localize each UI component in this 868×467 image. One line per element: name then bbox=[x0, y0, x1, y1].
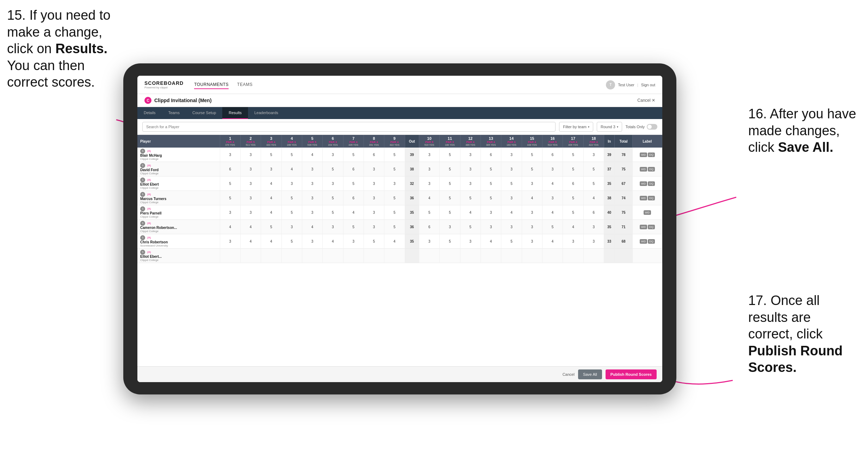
score-hole-3[interactable]: 3 bbox=[261, 162, 281, 176]
score-hole-8[interactable]: 3 bbox=[364, 205, 384, 220]
score-hole-11[interactable]: 5 bbox=[440, 234, 460, 249]
score-hole-11[interactable]: 5 bbox=[440, 191, 460, 205]
score-hole-13[interactable]: 4 bbox=[480, 234, 501, 249]
score-hole-9[interactable]: 5 bbox=[384, 220, 405, 234]
score-hole-6[interactable] bbox=[323, 249, 343, 263]
score-hole-2[interactable]: 3 bbox=[240, 162, 261, 176]
score-hole-5[interactable]: 4 bbox=[302, 148, 322, 162]
score-hole-3[interactable]: 4 bbox=[261, 191, 281, 205]
score-hole-6[interactable]: 5 bbox=[323, 162, 343, 176]
score-hole-5[interactable]: 3 bbox=[302, 234, 322, 249]
score-hole-14[interactable]: 3 bbox=[501, 148, 522, 162]
score-hole-10[interactable]: 5 bbox=[419, 205, 440, 220]
totals-toggle-switch[interactable] bbox=[647, 124, 657, 130]
score-hole-10[interactable]: 3 bbox=[419, 176, 440, 191]
score-hole-12[interactable] bbox=[460, 249, 480, 263]
score-hole-14[interactable]: 3 bbox=[501, 162, 522, 176]
score-hole-17[interactable]: 5 bbox=[563, 205, 583, 220]
score-hole-14[interactable]: 5 bbox=[501, 176, 522, 191]
score-hole-4[interactable]: 5 bbox=[281, 191, 302, 205]
score-hole-12[interactable]: 3 bbox=[460, 176, 480, 191]
score-hole-13[interactable]: 3 bbox=[480, 205, 501, 220]
score-hole-18[interactable]: 5 bbox=[583, 176, 604, 191]
score-hole-9[interactable]: 5 bbox=[384, 148, 405, 162]
round-selector-button[interactable]: Round 3 ▾ bbox=[597, 122, 622, 132]
score-hole-7[interactable] bbox=[343, 249, 364, 263]
dq-button[interactable]: DQ bbox=[648, 167, 655, 172]
score-hole-5[interactable] bbox=[302, 249, 322, 263]
score-hole-5[interactable]: 4 bbox=[302, 220, 322, 234]
score-hole-16[interactable]: 5 bbox=[542, 220, 563, 234]
score-hole-1[interactable]: 5 bbox=[220, 176, 240, 191]
wd-button[interactable]: WD bbox=[640, 167, 647, 172]
score-hole-7[interactable]: 5 bbox=[343, 148, 364, 162]
score-hole-1[interactable]: 3 bbox=[220, 148, 240, 162]
score-hole-16[interactable]: 3 bbox=[542, 191, 563, 205]
score-hole-15[interactable]: 5 bbox=[522, 148, 542, 162]
score-hole-5[interactable]: 3 bbox=[302, 205, 322, 220]
score-hole-11[interactable] bbox=[440, 249, 460, 263]
filter-by-team-button[interactable]: Filter by team ▾ bbox=[559, 122, 593, 132]
score-hole-7[interactable]: 6 bbox=[343, 162, 364, 176]
score-hole-16[interactable]: 6 bbox=[542, 148, 563, 162]
score-hole-8[interactable]: 5 bbox=[364, 234, 384, 249]
score-hole-1[interactable]: 3 bbox=[220, 234, 240, 249]
score-hole-6[interactable]: 5 bbox=[323, 191, 343, 205]
score-hole-2[interactable]: 3 bbox=[240, 148, 261, 162]
score-hole-2[interactable]: 3 bbox=[240, 205, 261, 220]
score-hole-9[interactable]: 3 bbox=[384, 176, 405, 191]
tab-details[interactable]: Details bbox=[137, 107, 162, 119]
score-hole-17[interactable]: 5 bbox=[563, 148, 583, 162]
search-input[interactable] bbox=[142, 122, 556, 132]
score-hole-3[interactable]: 4 bbox=[261, 205, 281, 220]
score-hole-1[interactable]: 6 bbox=[220, 162, 240, 176]
score-hole-10[interactable]: 3 bbox=[419, 148, 440, 162]
score-hole-7[interactable]: 4 bbox=[343, 205, 364, 220]
score-hole-10[interactable]: 3 bbox=[419, 162, 440, 176]
dq-button[interactable]: DQ bbox=[648, 239, 655, 244]
score-hole-11[interactable]: 5 bbox=[440, 148, 460, 162]
score-hole-17[interactable]: 3 bbox=[563, 234, 583, 249]
score-hole-18[interactable]: 3 bbox=[583, 148, 604, 162]
score-hole-4[interactable]: 5 bbox=[281, 205, 302, 220]
score-hole-13[interactable]: 5 bbox=[480, 176, 501, 191]
score-hole-18[interactable]: 3 bbox=[583, 234, 604, 249]
wd-button[interactable]: WD bbox=[640, 239, 647, 244]
score-hole-15[interactable]: 3 bbox=[522, 176, 542, 191]
score-hole-10[interactable]: 3 bbox=[419, 234, 440, 249]
score-hole-5[interactable]: 3 bbox=[302, 176, 322, 191]
score-hole-11[interactable]: 3 bbox=[440, 220, 460, 234]
score-hole-9[interactable]: 4 bbox=[384, 234, 405, 249]
dq-button[interactable]: DQ bbox=[648, 181, 655, 186]
score-hole-14[interactable]: 5 bbox=[501, 234, 522, 249]
score-hole-14[interactable]: 4 bbox=[501, 205, 522, 220]
score-hole-15[interactable]: 4 bbox=[522, 191, 542, 205]
score-hole-13[interactable]: 3 bbox=[480, 220, 501, 234]
score-hole-10[interactable] bbox=[419, 249, 440, 263]
score-hole-14[interactable] bbox=[501, 249, 522, 263]
score-hole-8[interactable]: 3 bbox=[364, 176, 384, 191]
score-hole-12[interactable]: 4 bbox=[460, 205, 480, 220]
wd-button[interactable]: WD bbox=[640, 196, 647, 200]
score-hole-8[interactable] bbox=[364, 249, 384, 263]
score-hole-16[interactable]: 4 bbox=[542, 234, 563, 249]
score-hole-6[interactable]: 3 bbox=[323, 176, 343, 191]
score-hole-5[interactable]: 3 bbox=[302, 162, 322, 176]
wd-button[interactable]: WD bbox=[640, 181, 647, 186]
score-hole-12[interactable]: 3 bbox=[460, 162, 480, 176]
score-hole-13[interactable]: 5 bbox=[480, 162, 501, 176]
score-hole-18[interactable]: 3 bbox=[583, 220, 604, 234]
score-hole-6[interactable]: 3 bbox=[323, 148, 343, 162]
wd-button[interactable]: WD bbox=[644, 210, 651, 215]
score-hole-14[interactable]: 3 bbox=[501, 191, 522, 205]
tab-course-setup[interactable]: Course Setup bbox=[186, 107, 222, 119]
score-hole-4[interactable] bbox=[281, 249, 302, 263]
score-hole-2[interactable]: 4 bbox=[240, 234, 261, 249]
score-hole-3[interactable]: 4 bbox=[261, 234, 281, 249]
score-hole-3[interactable]: 5 bbox=[261, 148, 281, 162]
score-hole-12[interactable]: 5 bbox=[460, 220, 480, 234]
score-hole-7[interactable]: 6 bbox=[343, 191, 364, 205]
score-hole-17[interactable]: 5 bbox=[563, 191, 583, 205]
score-hole-4[interactable]: 3 bbox=[281, 176, 302, 191]
dq-button[interactable]: DQ bbox=[648, 152, 655, 157]
